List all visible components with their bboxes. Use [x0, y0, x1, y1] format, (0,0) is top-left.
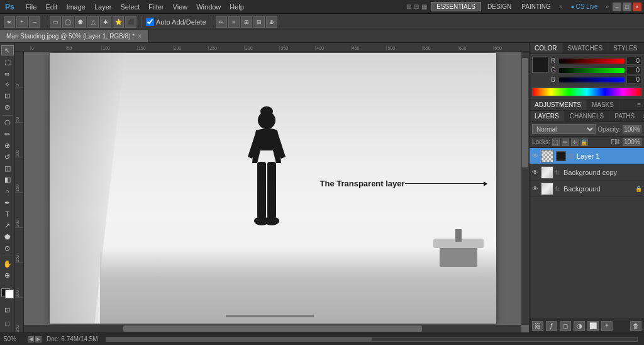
tool-hand[interactable]: ✋: [1, 259, 14, 269]
background-color[interactable]: [5, 290, 14, 298]
tab-swatches[interactable]: SWATCHES: [563, 43, 609, 54]
shape-icon-2[interactable]: ◯: [62, 16, 74, 28]
tab-layers[interactable]: LAYERS: [530, 111, 565, 122]
zoom-level[interactable]: 50%: [4, 336, 23, 342]
auto-add-delete-label[interactable]: Auto Add/Delete: [146, 18, 206, 26]
adj-panel-menu[interactable]: ≡: [634, 99, 644, 110]
tool-brush[interactable]: ✏: [1, 130, 14, 140]
shape-icon-1[interactable]: ▭: [50, 16, 61, 28]
tool-history-brush[interactable]: ↺: [1, 152, 14, 162]
menu-layer[interactable]: Layer: [91, 2, 116, 12]
menu-filter[interactable]: Filter: [145, 2, 167, 12]
shape-icon-5[interactable]: ✱: [100, 16, 111, 28]
b-slider[interactable]: [559, 77, 625, 82]
tool-colors[interactable]: [1, 288, 14, 298]
menu-image[interactable]: Image: [62, 2, 89, 12]
layer-bg-visibility[interactable]: 👁: [531, 185, 539, 193]
horizontal-scroll-thumb[interactable]: [123, 325, 422, 332]
layer-style-btn[interactable]: ƒ: [546, 321, 557, 331]
tool-screen-mode[interactable]: □: [1, 317, 14, 330]
mode-icon-3[interactable]: ▦: [421, 3, 427, 10]
pen-tool-icon[interactable]: ✒: [4, 16, 15, 28]
shape-icon-3[interactable]: ⬟: [75, 16, 86, 28]
menu-edit[interactable]: Edit: [42, 2, 61, 12]
layers-panel-menu[interactable]: ≡: [640, 111, 644, 122]
tool-patch[interactable]: ⎔: [1, 118, 14, 128]
shape-icon-7[interactable]: ⬛: [125, 16, 136, 28]
tool-path-select[interactable]: ↗: [1, 220, 14, 230]
opt-icon-arrange[interactable]: ⊟: [253, 16, 265, 28]
g-slider[interactable]: [559, 68, 625, 73]
tool-crop[interactable]: ⊡: [1, 91, 14, 101]
nav-next-btn[interactable]: ▶: [35, 336, 42, 342]
pen-add-icon[interactable]: +: [16, 16, 28, 28]
tool-marquee[interactable]: ⬚: [1, 57, 14, 67]
vertical-scroll-thumb[interactable]: [522, 58, 528, 167]
tool-eraser[interactable]: ◫: [1, 164, 14, 174]
lock-all-icon[interactable]: 🔒: [580, 139, 588, 146]
tool-type[interactable]: T: [1, 209, 14, 219]
layer-row[interactable]: 👁 f ↕ Background copy: [530, 164, 644, 181]
tab-color[interactable]: COLOR: [530, 43, 563, 54]
layer-adj-btn[interactable]: ◑: [574, 321, 585, 331]
mode-icon-2[interactable]: ⊟: [414, 3, 419, 10]
layer-mask-btn[interactable]: ◻: [560, 321, 571, 331]
mode-icon-1[interactable]: ⊞: [406, 3, 411, 10]
layer-row[interactable]: 👁 f ↕ Background 🔒: [530, 181, 644, 197]
tool-clone[interactable]: ⊕: [1, 141, 14, 151]
opt-icon-distribute[interactable]: ⊞: [241, 16, 252, 28]
menu-window[interactable]: Window: [192, 2, 225, 12]
bottom-scroll[interactable]: [106, 337, 638, 342]
layer-row[interactable]: 👁 ⛓ Layer 1: [530, 148, 644, 164]
tool-magic-wand[interactable]: ✧: [1, 80, 14, 90]
tab-channels[interactable]: CHANNELS: [565, 111, 609, 122]
horizontal-scrollbar[interactable]: [24, 325, 521, 332]
menu-file[interactable]: File: [22, 2, 41, 12]
doc-tab-close[interactable]: ×: [138, 33, 142, 40]
layer-group-btn[interactable]: ⬜: [587, 321, 599, 331]
tool-zoom[interactable]: ⊕: [1, 270, 14, 280]
fill-value[interactable]: 100%: [623, 138, 641, 146]
tab-styles[interactable]: STYLES: [608, 43, 643, 54]
tool-dodge[interactable]: ○: [1, 186, 14, 196]
canvas-area[interactable]: The Transparent layer: [24, 52, 529, 332]
close-button[interactable]: ×: [633, 3, 641, 11]
cs-live-button[interactable]: ● CS Live: [567, 3, 601, 11]
color-spectrum[interactable]: [532, 88, 641, 96]
nav-prev-btn[interactable]: ◀: [28, 336, 34, 342]
layer-delete-btn[interactable]: 🗑: [630, 321, 641, 331]
foreground-swatch[interactable]: [532, 57, 548, 73]
tool-arrow[interactable]: ↖: [1, 45, 14, 55]
lock-position-icon[interactable]: ✛: [571, 139, 579, 146]
layer-bgcopy-visibility[interactable]: 👁: [531, 169, 539, 176]
shape-icon-4[interactable]: △: [87, 16, 99, 28]
tool-lasso[interactable]: ∞: [1, 69, 14, 79]
g-value[interactable]: 0: [626, 66, 641, 74]
tool-shape[interactable]: ⬟: [1, 232, 14, 242]
tool-eyedropper[interactable]: ⊘: [1, 103, 14, 113]
essentials-button[interactable]: ESSENTIALS: [431, 2, 481, 11]
vertical-scrollbar[interactable]: [521, 52, 529, 325]
lock-brush-icon[interactable]: ✏: [562, 139, 569, 146]
layer-link-btn[interactable]: ⛓: [532, 321, 543, 331]
menu-help[interactable]: Help: [226, 2, 248, 12]
opt-icon-extra[interactable]: ⊕: [266, 16, 277, 28]
design-button[interactable]: DESIGN: [484, 3, 515, 11]
tab-adjustments[interactable]: ADJUSTMENTS: [530, 99, 587, 110]
opacity-value[interactable]: 100%: [623, 125, 641, 133]
r-slider[interactable]: [559, 59, 625, 64]
painting-button[interactable]: PAINTING: [518, 3, 554, 11]
b-value[interactable]: 0: [626, 76, 641, 84]
tool-3d[interactable]: ⊙: [1, 243, 14, 253]
tool-quick-mask[interactable]: ⊡: [1, 303, 14, 316]
menu-view[interactable]: View: [169, 2, 192, 12]
tab-masks[interactable]: MASKS: [587, 99, 619, 110]
blend-mode-select[interactable]: Normal: [532, 124, 596, 134]
opt-icon-rubber[interactable]: ↩: [216, 16, 227, 28]
layer-new-btn[interactable]: +: [601, 321, 613, 331]
maximize-button[interactable]: □: [623, 3, 631, 11]
lock-transparent-icon[interactable]: ⬚: [552, 139, 560, 146]
doc-tab[interactable]: Man Standing.jpeg @ 50% (Layer 1, RGB/8)…: [0, 30, 148, 42]
tool-pen[interactable]: ✒: [1, 198, 14, 208]
pen-remove-icon[interactable]: –: [29, 16, 40, 28]
